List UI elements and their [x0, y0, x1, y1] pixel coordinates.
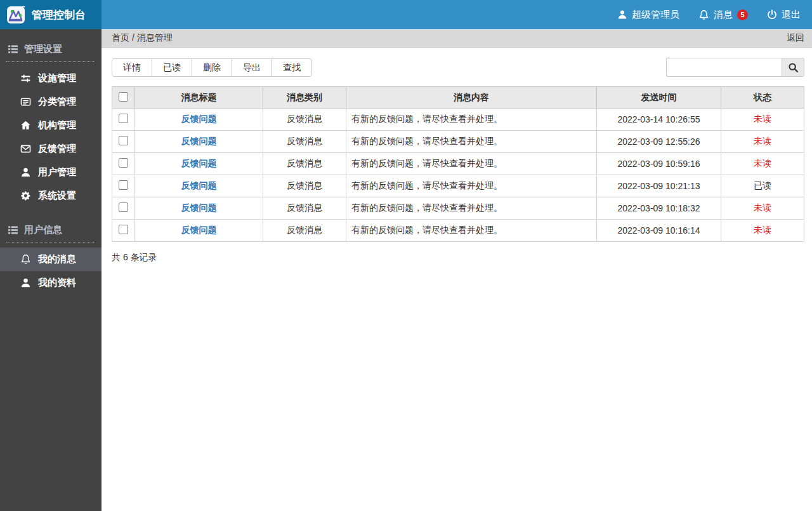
message-content: 有新的反馈问题，请尽快查看并处理。 [346, 197, 597, 220]
sidebar-item-users[interactable]: 用户管理 [0, 161, 102, 184]
message-content: 有新的反馈问题，请尽快查看并处理。 [346, 131, 597, 153]
message-time: 2022-03-09 12:55:26 [597, 131, 721, 153]
sidebar-section-label: 用户信息 [24, 224, 62, 236]
users-icon [20, 167, 31, 178]
message-content: 有新的反馈问题，请尽快查看并处理。 [346, 175, 597, 197]
select-all-cell [112, 87, 135, 109]
menu-list-icon [8, 225, 18, 236]
content-area: 详情 已读 删除 导出 查找 [102, 48, 812, 263]
current-user[interactable]: 超级管理员 [617, 9, 679, 21]
message-category: 反馈消息 [263, 175, 346, 197]
sidebar-item-label: 设施管理 [38, 72, 76, 84]
search-input[interactable] [666, 58, 782, 77]
export-button[interactable]: 导出 [232, 58, 272, 77]
sidebar-divider [6, 61, 95, 62]
message-title-link[interactable]: 反馈问题 [181, 114, 217, 124]
row-checkbox[interactable] [119, 225, 128, 234]
main-panel: 首页 / 消息管理 返回 详情 已读 删除 导出 查找 [102, 29, 812, 511]
sidebar-item-organization[interactable]: 机构管理 [0, 114, 102, 137]
sidebar-item-my-profile[interactable]: 我的资料 [0, 271, 102, 295]
user-icon [617, 10, 627, 20]
table-row: 反馈问题 反馈消息 有新的反馈问题，请尽快查看并处理。 2022-03-09 1… [112, 175, 804, 197]
sidebar-section-user-info[interactable]: 用户信息 [0, 219, 102, 242]
message-title-link[interactable]: 反馈问题 [181, 202, 217, 213]
sidebar-spacer [0, 208, 102, 219]
search-icon [788, 62, 799, 73]
sidebar-item-category[interactable]: 分类管理 [0, 90, 102, 114]
col-header-category: 消息类别 [263, 87, 346, 109]
sidebar-item-label: 用户管理 [38, 166, 76, 178]
message-content: 有新的反馈问题，请尽快查看并处理。 [346, 109, 597, 131]
messages-table: 消息标题 消息类别 消息内容 发送时间 状态 反馈问题 反馈消息 有新的反馈问题… [112, 86, 804, 242]
bell-icon [698, 10, 709, 20]
status-badge: 未读 [721, 153, 804, 175]
table-header-row: 消息标题 消息类别 消息内容 发送时间 状态 [112, 87, 804, 109]
envelope-icon [20, 143, 31, 154]
message-content: 有新的反馈问题，请尽快查看并处理。 [346, 220, 597, 242]
back-link[interactable]: 返回 [787, 32, 804, 44]
sidebar-item-label: 机构管理 [38, 119, 76, 131]
table-row: 反馈问题 反馈消息 有新的反馈问题，请尽快查看并处理。 2022-03-09 1… [112, 153, 804, 175]
table-row: 反馈问题 反馈消息 有新的反馈问题，请尽快查看并处理。 2022-03-09 1… [112, 220, 804, 242]
message-time: 2022-03-09 10:59:16 [597, 153, 721, 175]
col-header-time: 发送时间 [597, 87, 721, 109]
gear-icon [20, 190, 31, 201]
select-all-checkbox[interactable] [119, 92, 128, 102]
detail-button[interactable]: 详情 [112, 58, 152, 77]
message-title-link[interactable]: 反馈问题 [181, 225, 217, 235]
table-row: 反馈问题 反馈消息 有新的反馈问题，请尽快查看并处理。 2022-03-14 1… [112, 109, 804, 131]
search-button[interactable] [782, 58, 804, 77]
col-header-title: 消息标题 [135, 87, 263, 109]
message-title-link[interactable]: 反馈问题 [181, 158, 217, 168]
message-category: 反馈消息 [263, 153, 346, 175]
table-row: 反馈问题 反馈消息 有新的反馈问题，请尽快查看并处理。 2022-03-09 1… [112, 131, 804, 153]
facility-icon [20, 73, 31, 84]
sidebar-item-settings[interactable]: 系统设置 [0, 184, 102, 208]
sidebar-section-admin-settings[interactable]: 管理设置 [0, 38, 102, 61]
bell-icon [20, 254, 31, 265]
sidebar-item-feedback[interactable]: 反馈管理 [0, 137, 102, 161]
message-category: 反馈消息 [263, 131, 346, 153]
status-badge: 未读 [721, 131, 804, 153]
message-title-link[interactable]: 反馈问题 [181, 136, 217, 146]
breadcrumb[interactable]: 首页 / 消息管理 [112, 32, 173, 44]
category-icon [20, 96, 31, 107]
message-category: 反馈消息 [263, 197, 346, 220]
message-time: 2022-03-14 10:26:55 [597, 109, 721, 131]
status-badge: 未读 [721, 109, 804, 131]
logout-button[interactable]: 退出 [767, 9, 801, 21]
col-header-content: 消息内容 [346, 87, 597, 109]
messages-label: 消息 [714, 9, 733, 21]
sidebar-item-my-messages[interactable]: 我的消息 [0, 248, 102, 271]
message-time: 2022-03-09 10:16:14 [597, 220, 721, 242]
message-time: 2022-03-09 10:21:13 [597, 175, 721, 197]
sidebar-divider [6, 242, 95, 242]
home-icon [20, 120, 31, 131]
message-title-link[interactable]: 反馈问题 [181, 180, 217, 190]
table-row: 反馈问题 反馈消息 有新的反馈问题，请尽快查看并处理。 2022-03-09 1… [112, 197, 804, 220]
row-checkbox[interactable] [119, 114, 128, 123]
find-button[interactable]: 查找 [272, 58, 312, 77]
row-checkbox[interactable] [119, 136, 128, 145]
message-content: 有新的反馈问题，请尽快查看并处理。 [346, 153, 597, 175]
brand[interactable]: 管理控制台 [0, 0, 102, 29]
message-time: 2022-03-09 10:18:32 [597, 197, 721, 220]
search-box [666, 58, 804, 77]
row-checkbox[interactable] [119, 158, 128, 168]
toolbar: 详情 已读 删除 导出 查找 [112, 58, 804, 77]
messages-menu[interactable]: 消息 5 [698, 9, 748, 21]
status-badge: 未读 [721, 197, 804, 220]
top-nav: 超级管理员 消息 5 退出 [102, 0, 812, 29]
row-checkbox[interactable] [119, 180, 128, 190]
row-checkbox[interactable] [119, 202, 128, 212]
messages-badge: 5 [737, 10, 748, 20]
sidebar-item-label: 我的消息 [38, 253, 76, 265]
sidebar-item-facility[interactable]: 设施管理 [0, 67, 102, 90]
action-button-group: 详情 已读 删除 导出 查找 [112, 58, 312, 77]
mark-read-button[interactable]: 已读 [152, 58, 192, 77]
sidebar-item-label: 系统设置 [38, 190, 76, 202]
delete-button[interactable]: 删除 [192, 58, 232, 77]
brand-title: 管理控制台 [32, 8, 86, 22]
message-category: 反馈消息 [263, 220, 346, 242]
status-badge: 未读 [721, 220, 804, 242]
